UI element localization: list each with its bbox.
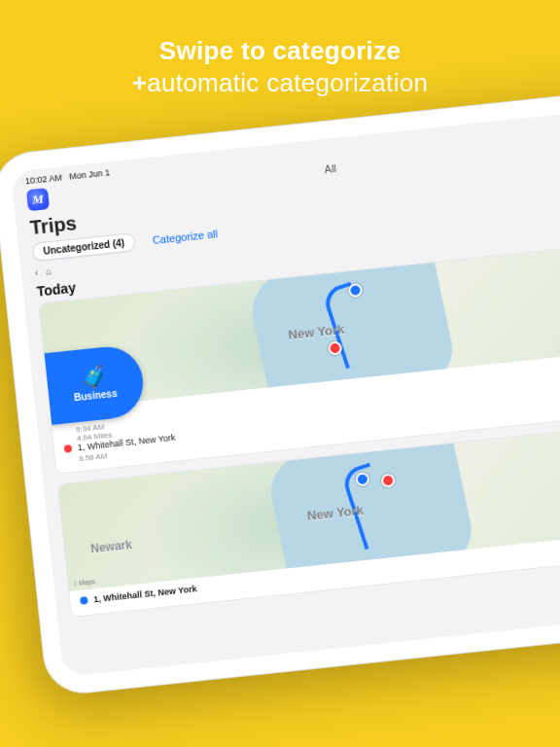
hero-subtitle: automatic categorization bbox=[147, 68, 428, 97]
app-icon[interactable]: M bbox=[26, 188, 50, 211]
stop-dot-red-icon bbox=[64, 445, 73, 453]
swipe-label: Business bbox=[74, 388, 118, 404]
categorize-all-link[interactable]: Categorize all bbox=[152, 228, 218, 246]
app-screen: 10:02 AM Mon Jun 1 ᯤ 66% ▮ M All bbox=[11, 102, 560, 677]
app-initial: M bbox=[31, 192, 44, 208]
hero-line-2: +automatic categorization bbox=[0, 67, 560, 99]
chip-label: Uncategorized (4) bbox=[43, 237, 125, 257]
ipad-device: 10:02 AM Mon Jun 1 ᯤ 66% ▮ M All bbox=[0, 82, 560, 697]
map-label-newark: Newark bbox=[90, 538, 133, 555]
back-icon[interactable]: ‹ bbox=[34, 267, 38, 278]
home-icon[interactable]: ⌂ bbox=[46, 266, 52, 277]
hero-line-1: Swipe to categorize bbox=[0, 35, 560, 67]
plus-icon: + bbox=[132, 68, 147, 97]
apple-maps-label:  Maps bbox=[74, 578, 95, 587]
promo-stage: Swipe to categorize +automatic categoriz… bbox=[0, 0, 560, 747]
ipad-bezel: 10:02 AM Mon Jun 1 ᯤ 66% ▮ M All bbox=[0, 82, 560, 697]
stop-dot-blue-icon bbox=[80, 596, 88, 605]
briefcase-icon: 🧳 bbox=[80, 366, 108, 390]
hero-text: Swipe to categorize +automatic categoriz… bbox=[0, 0, 560, 98]
